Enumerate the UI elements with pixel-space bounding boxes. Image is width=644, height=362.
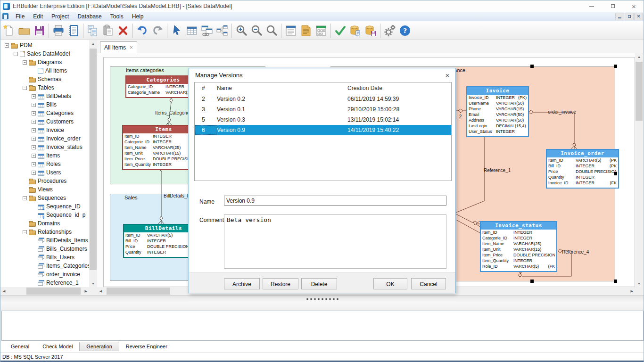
- collapse-icon[interactable]: −: [5, 43, 9, 48]
- scroll-right-icon[interactable]: ▶: [85, 289, 87, 293]
- bottom-tab-check-model[interactable]: Check Model: [36, 342, 79, 351]
- menu-project[interactable]: Project: [47, 12, 73, 21]
- version-comment-textarea[interactable]: Beta version: [224, 214, 446, 269]
- archive-button[interactable]: Archive: [224, 278, 260, 289]
- check-model-button[interactable]: [333, 23, 348, 39]
- scrollbar-thumb[interactable]: [90, 49, 97, 270]
- scroll-left-icon[interactable]: ◀: [3, 289, 5, 293]
- cancel-button[interactable]: Cancel: [411, 278, 446, 289]
- tree-item-relationships[interactable]: −Relationships: [0, 228, 89, 236]
- version-row-version-0-3[interactable]: 5Version 0.313/11/2019 15:02:14: [195, 115, 451, 125]
- expand-icon[interactable]: +: [32, 171, 36, 175]
- tree-item-bills-customers[interactable]: Bills_Customers: [0, 245, 89, 253]
- splitter-handle[interactable]: [0, 295, 644, 311]
- resize-handle[interactable]: [614, 280, 617, 283]
- collapse-icon[interactable]: −: [23, 86, 27, 90]
- tree-item-sequence-id-p[interactable]: Sequence_id_p: [0, 211, 89, 219]
- tree-item-order-invoice[interactable]: order_invoice: [0, 270, 89, 279]
- tree-item-reference-1[interactable]: Reference_1: [0, 279, 89, 287]
- mdi-close-icon[interactable]: ×: [634, 13, 643, 20]
- undo-button[interactable]: [135, 23, 150, 39]
- settings-button[interactable]: [382, 23, 397, 39]
- collapse-icon[interactable]: −: [14, 52, 18, 56]
- tree-item-roles[interactable]: +Roles: [0, 160, 89, 168]
- copy-button[interactable]: [85, 23, 100, 39]
- restore-icon[interactable]: [602, 0, 623, 12]
- save-to-database-button[interactable]: [363, 23, 378, 39]
- bottom-tab-general[interactable]: General: [4, 342, 36, 351]
- open-model-button[interactable]: [17, 23, 32, 39]
- tree-item-invoice-status[interactable]: +Invoice_status: [0, 143, 89, 151]
- tree-item-sequences[interactable]: −Sequences: [0, 194, 89, 202]
- scroll-up-icon[interactable]: ▲: [91, 42, 95, 45]
- tree-item-categories[interactable]: +Categories: [0, 109, 89, 117]
- version-row-version-0-1[interactable]: 3Version 0.129/10/2019 15:00:28: [195, 104, 451, 115]
- expand-icon[interactable]: +: [32, 154, 36, 158]
- save-model-button[interactable]: [32, 23, 47, 39]
- expand-icon[interactable]: +: [32, 103, 36, 107]
- version-row-version-0-2[interactable]: 2Version 0.206/11/2019 14:59:39: [195, 94, 451, 104]
- tree-item-items[interactable]: +Items: [0, 151, 89, 160]
- mdi-restore-icon[interactable]: [625, 13, 634, 20]
- relationship-label-reference-1[interactable]: Reference_1: [484, 168, 511, 173]
- resize-handle[interactable]: [530, 65, 534, 68]
- menu-edit[interactable]: Edit: [29, 12, 47, 21]
- expand-icon[interactable]: +: [32, 145, 36, 149]
- tab-all-items[interactable]: All Items ×: [100, 41, 137, 53]
- expand-icon[interactable]: +: [32, 94, 36, 99]
- resize-handle[interactable]: [614, 172, 617, 175]
- bottom-tab-reverse-engineer[interactable]: Reverse Engineer: [119, 342, 174, 351]
- print-button[interactable]: [51, 23, 66, 39]
- dialog-close-icon[interactable]: ×: [439, 71, 455, 79]
- expand-icon[interactable]: +: [32, 162, 36, 166]
- tree-item-users[interactable]: +Users: [0, 168, 89, 177]
- expand-icon[interactable]: +: [32, 137, 36, 141]
- ok-button[interactable]: OK: [373, 278, 407, 289]
- column-header-num[interactable]: #: [195, 82, 217, 94]
- zoom-out-button[interactable]: [249, 23, 264, 39]
- tree-item-customers[interactable]: +Customers: [0, 117, 89, 126]
- tree-item-invoice[interactable]: +Invoice: [0, 126, 89, 134]
- tree-item-items-categories[interactable]: Items_Categories: [0, 262, 89, 270]
- tree-item-sequence-id[interactable]: Sequence_ID: [0, 202, 89, 211]
- tree-vertical-scrollbar[interactable]: ▲ ▼: [89, 40, 97, 287]
- tree-item-bills-users[interactable]: Bills_Users: [0, 253, 89, 262]
- tree-horizontal-scrollbar[interactable]: ◀ ▶: [0, 287, 89, 295]
- tree-item-views[interactable]: Views: [0, 185, 89, 194]
- resize-handle[interactable]: [530, 280, 534, 283]
- tree-item-all-items[interactable]: All Items: [0, 66, 89, 75]
- tree-item-billdetails-items[interactable]: BillDetails_Items: [0, 236, 89, 245]
- mdi-minimize-icon[interactable]: [615, 13, 624, 20]
- delete-button[interactable]: [116, 23, 131, 39]
- help-button[interactable]: ?: [397, 23, 413, 39]
- tree-item-pdm[interactable]: −PDM: [0, 41, 89, 49]
- bottom-tab-generation[interactable]: Generation: [79, 342, 119, 351]
- restore-button[interactable]: Restore: [263, 278, 298, 289]
- model-outline-button[interactable]: [283, 23, 298, 39]
- expand-icon[interactable]: +: [32, 120, 36, 124]
- paste-button[interactable]: [100, 23, 116, 39]
- expand-icon[interactable]: +: [32, 128, 36, 132]
- column-header-name[interactable]: Name: [217, 85, 347, 91]
- print-preview-button[interactable]: [66, 23, 81, 39]
- redo-button[interactable]: [150, 23, 165, 39]
- pointer-button[interactable]: [169, 23, 184, 39]
- tree-item-procedures[interactable]: Procedures: [0, 177, 89, 185]
- add-table-button[interactable]: [184, 23, 199, 39]
- relationship-label-reference-4[interactable]: Reference_4: [562, 249, 589, 255]
- tree-item-domains[interactable]: Domains: [0, 219, 89, 228]
- tree-item-tables[interactable]: −Tables: [0, 83, 89, 92]
- close-icon[interactable]: ×: [623, 0, 644, 12]
- model-report-button[interactable]: [298, 23, 314, 39]
- column-header-date[interactable]: Creation Date: [347, 85, 451, 91]
- new-model-button[interactable]: [1, 23, 17, 39]
- add-relationship-button[interactable]: [199, 23, 215, 39]
- relationship-label-order-invoice[interactable]: order_invoice: [548, 109, 576, 115]
- menu-database[interactable]: Database: [73, 12, 106, 21]
- version-name-input[interactable]: [224, 196, 446, 206]
- generate-script-button[interactable]: [348, 23, 363, 39]
- tree-item-schemas[interactable]: Schemas: [0, 75, 89, 83]
- auto-layout-button[interactable]: [215, 23, 230, 39]
- resize-handle[interactable]: [614, 65, 617, 68]
- menu-tools[interactable]: Tools: [106, 12, 128, 21]
